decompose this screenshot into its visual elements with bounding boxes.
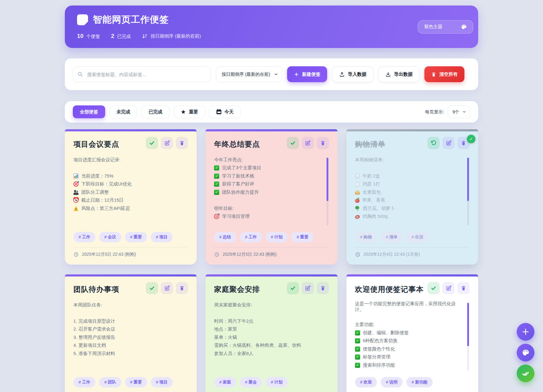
note-tag[interactable]: # 欢迎 (355, 377, 377, 387)
edit-icon (164, 285, 170, 291)
note-line: 风险点：第三方API延迟 (73, 204, 181, 213)
note-tag[interactable]: # 重要 (125, 377, 147, 387)
note-content: 这是一个功能完整的便签记事应用，采用现代化设计。主要功能:创建、编辑、删除便签6… (355, 301, 470, 373)
delete-note-button[interactable] (176, 137, 188, 149)
sort-select[interactable]: 按日期倒序 (最新的在前) (216, 66, 282, 82)
note-scrollbar-thumb[interactable] (467, 303, 469, 346)
new-note-button[interactable]: 新建便签 (287, 66, 327, 82)
note-color-bar (346, 129, 478, 131)
download-icon (385, 71, 391, 77)
note-tag[interactable]: # 重要 (291, 232, 313, 242)
note-tag[interactable]: # 生活 (406, 232, 428, 242)
clear-all-button[interactable]: 清空所有 (424, 66, 464, 82)
edit-note-button[interactable] (161, 282, 173, 294)
filter-tab[interactable]: 今天 (209, 105, 241, 118)
undo-icon (430, 140, 437, 146)
bread-emoji-icon (355, 191, 360, 195)
upload-icon (339, 71, 345, 77)
add-note-fab[interactable] (517, 323, 534, 341)
delete-note-button[interactable] (317, 282, 329, 294)
note-line: 菜单：火锅 (214, 333, 322, 342)
milk-emoji-icon (356, 174, 359, 178)
complete-note-button[interactable] (146, 282, 158, 294)
filter-tab[interactable]: 全部便签 (73, 105, 105, 118)
note-tag[interactable]: # 团队 (99, 377, 121, 387)
note-scrollbar-thumb[interactable] (327, 158, 328, 201)
note-line: 全麦面包 (355, 188, 463, 196)
filter-tab[interactable]: 已完成 (142, 105, 169, 118)
filter-tab[interactable]: 未完成 (109, 105, 137, 118)
note-line (73, 309, 181, 317)
calendar-icon (216, 110, 221, 114)
note-line: 6种配色方案切换 (355, 337, 463, 345)
delete-note-button[interactable] (457, 282, 470, 294)
complete-note-button[interactable] (287, 282, 299, 294)
edit-icon (305, 140, 311, 146)
delete-note-button[interactable] (176, 282, 188, 294)
per-page-select[interactable]: 9个 (448, 105, 470, 118)
fab-stack (517, 323, 534, 382)
note-line: 参加人员：全家8人 (214, 350, 322, 358)
note-line: 3. 整理用户反馈报告 (73, 333, 181, 342)
filter-tab[interactable]: 重要 (174, 105, 205, 118)
note-color-bar (65, 274, 197, 277)
note-tags: # 工作# 会议# 重要# 项目 (73, 232, 188, 242)
note-tag[interactable]: # 项目 (151, 232, 173, 242)
note-scrollbar-thumb[interactable] (467, 158, 469, 201)
note-content: 今年工作亮点:完成了3个主要项目学习了新技术栈获得了客户好评团队协作能力提升明年… (214, 156, 329, 228)
note-tag[interactable]: # 工作 (240, 232, 262, 242)
notes-count-stat: 10个便签 (77, 33, 100, 39)
check-icon (149, 140, 155, 146)
edit-note-button[interactable] (302, 137, 314, 149)
note-tag[interactable]: # 工作 (73, 232, 95, 242)
note-footer: 2025年12月4日 22:43 (1天前) (355, 247, 470, 257)
edit-note-button[interactable] (161, 137, 173, 149)
import-data-button[interactable]: 导入数据 (332, 66, 373, 82)
complete-note-button[interactable] (287, 137, 299, 149)
note-tag[interactable]: # 项目 (151, 377, 173, 387)
export-data-button[interactable]: 导出数据 (378, 66, 419, 82)
edit-icon (164, 140, 170, 146)
note-tag[interactable]: # 家庭 (214, 377, 236, 387)
complete-note-button[interactable] (427, 137, 440, 149)
note-timestamp: 2025年12月4日 22:43 (1天前) (364, 252, 420, 257)
edit-note-button[interactable] (302, 282, 314, 294)
note-line: 1. 完成项目原型设计 (73, 317, 181, 325)
note-tag[interactable]: # 说明 (381, 377, 403, 387)
search-input[interactable] (73, 66, 211, 82)
check-emoji-icon (355, 338, 360, 343)
note-line: 5. 准备下周演示材料 (73, 350, 181, 358)
trash-icon (320, 140, 326, 146)
complete-all-fab[interactable] (517, 365, 534, 382)
delete-note-button[interactable] (317, 137, 329, 149)
note-tag[interactable]: # 计划 (266, 232, 288, 242)
note-tag[interactable]: # 工作 (73, 377, 95, 387)
note-title: 年终总结要点 (214, 139, 260, 149)
note-tag[interactable]: # 聚会 (240, 377, 262, 387)
search-icon (77, 71, 83, 77)
note-tag[interactable]: # 计划 (266, 377, 288, 387)
note-tag[interactable]: # 清单 (381, 232, 403, 242)
note-tag[interactable]: # 购物 (355, 232, 377, 242)
note-content: 项目进度汇报会议记录:当前进度：75%下阶段目标：完成UI优化团队分工调整截止日… (73, 156, 188, 228)
note-line: 西兰花、胡萝卜 (355, 204, 463, 213)
edit-note-button[interactable] (442, 282, 455, 294)
theme-switch-button[interactable]: 紫色主题 (418, 20, 473, 34)
meat-emoji-icon (355, 214, 360, 219)
clock-icon (355, 252, 360, 257)
trash-icon (179, 140, 185, 146)
note-tags: # 购物# 清单# 生活 (355, 232, 470, 242)
complete-note-button[interactable] (146, 137, 158, 149)
per-page-label: 每页显示: (425, 109, 444, 115)
note-tag[interactable]: # 新功能 (406, 377, 433, 387)
complete-note-button[interactable] (427, 282, 440, 294)
note-tag[interactable]: # 会议 (99, 232, 121, 242)
note-line: 下阶段目标：完成UI优化 (73, 180, 181, 189)
edit-note-button[interactable] (442, 137, 455, 149)
check-emoji-icon (214, 174, 219, 179)
note-line: 当前进度：75% (73, 172, 181, 180)
note-tag[interactable]: # 重要 (125, 232, 147, 242)
note-tag[interactable]: # 总结 (214, 232, 236, 242)
note-line: 明年目标: (214, 204, 322, 213)
theme-fab[interactable] (517, 344, 534, 361)
